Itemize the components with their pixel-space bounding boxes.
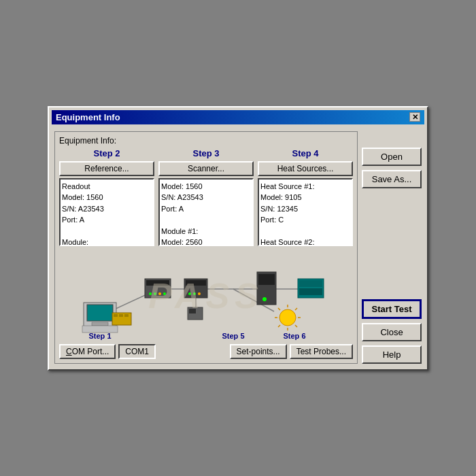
heat-sources-button[interactable]: Heat Sources... <box>258 161 353 176</box>
svg-rect-28 <box>299 280 322 287</box>
svg-rect-25 <box>258 274 275 285</box>
scanner-button[interactable]: Scanner... <box>158 161 254 176</box>
svg-text:Step 1: Step 1 <box>88 332 111 340</box>
svg-point-21 <box>198 292 201 295</box>
help-button[interactable]: Help <box>362 345 422 364</box>
svg-rect-29 <box>299 288 322 295</box>
svg-text:Step 6: Step 6 <box>283 332 305 340</box>
svg-line-35 <box>278 308 280 310</box>
svg-point-30 <box>279 309 296 326</box>
svg-line-36 <box>295 325 297 327</box>
com-port-button[interactable]: COM Port... <box>59 344 116 359</box>
test-probes-button[interactable]: Test Probes... <box>290 344 353 359</box>
svg-point-26 <box>262 297 267 301</box>
svg-rect-40 <box>114 314 118 317</box>
svg-point-19 <box>188 292 191 295</box>
equipment-info-label: Equipment Info: <box>59 136 353 146</box>
svg-point-13 <box>149 292 152 295</box>
com-value-display: COM1 <box>118 344 156 359</box>
dialog-content: Equipment Info: Step 2 Reference... Read… <box>52 129 424 367</box>
com-port-label: COM Port... <box>66 347 109 356</box>
title-bar: Equipment Info ✕ <box>52 110 424 124</box>
svg-point-14 <box>154 292 156 295</box>
dialog-title: Equipment Info <box>56 112 120 122</box>
step4-content: Heat Source #1:Model: 9105S/N: 12345Port… <box>260 182 315 246</box>
step2-title: Step 2 <box>93 148 120 158</box>
step5-group: Set-points... <box>230 344 287 359</box>
close-button[interactable]: ✕ <box>409 112 420 122</box>
svg-rect-8 <box>87 305 113 321</box>
svg-point-15 <box>158 292 161 295</box>
svg-rect-23 <box>189 309 196 313</box>
step2-listbox[interactable]: ReadoutModel: 1560S/N: A23543Port: AModu… <box>59 178 154 246</box>
equipment-diagram: Step 1 Step 5 Step 6 <box>59 252 353 340</box>
start-test-button[interactable]: Start Test <box>362 299 422 319</box>
open-button[interactable]: Open <box>362 148 422 166</box>
step2-content: ReadoutModel: 1560S/N: A23543Port: AModu… <box>62 182 104 246</box>
step4-listbox[interactable]: Heat Source #1:Model: 9105S/N: 12345Port… <box>258 178 353 246</box>
svg-rect-18 <box>186 280 206 286</box>
diagram-area: PASS <box>59 252 353 340</box>
setpoints-button[interactable]: Set-points... <box>230 344 287 359</box>
svg-rect-12 <box>146 280 169 286</box>
bottom-row: COM Port... COM1 Set-points... Test Prob… <box>59 344 353 359</box>
svg-point-20 <box>193 292 196 295</box>
step4-column: Step 4 Heat Sources... Heat Source #1:Mo… <box>258 148 353 246</box>
steps-row: Step 2 Reference... ReadoutModel: 1560S/… <box>59 148 353 246</box>
svg-line-38 <box>278 325 280 327</box>
step2-column: Step 2 Reference... ReadoutModel: 1560S/… <box>59 148 154 246</box>
step6-group: Test Probes... <box>290 344 353 359</box>
save-as-button[interactable]: Save As... <box>362 170 422 188</box>
step3-title: Step 3 <box>192 148 219 158</box>
step3-column: Step 3 Scanner... Model: 1560S/N: A23543… <box>158 148 254 246</box>
step3-content: Model: 1560S/N: A23543Port: AModule #1:M… <box>161 182 203 246</box>
main-panel: Equipment Info: Step 2 Reference... Read… <box>54 131 358 364</box>
equipment-info-dialog: Equipment Info ✕ Equipment Info: Step 2 … <box>48 106 428 371</box>
svg-rect-42 <box>124 314 129 317</box>
svg-line-37 <box>295 308 297 310</box>
reference-button[interactable]: Reference... <box>59 161 154 176</box>
step3-listbox[interactable]: Model: 1560S/N: A23543Port: AModule #1:M… <box>158 178 254 246</box>
svg-text:Step 5: Step 5 <box>222 332 244 340</box>
svg-point-16 <box>163 292 166 295</box>
svg-rect-9 <box>92 322 108 326</box>
close-dialog-button[interactable]: Close <box>362 323 422 341</box>
step4-title: Step 4 <box>292 148 318 158</box>
right-panel: Open Save As... Start Test Close Help <box>362 131 422 364</box>
svg-rect-41 <box>119 314 123 317</box>
